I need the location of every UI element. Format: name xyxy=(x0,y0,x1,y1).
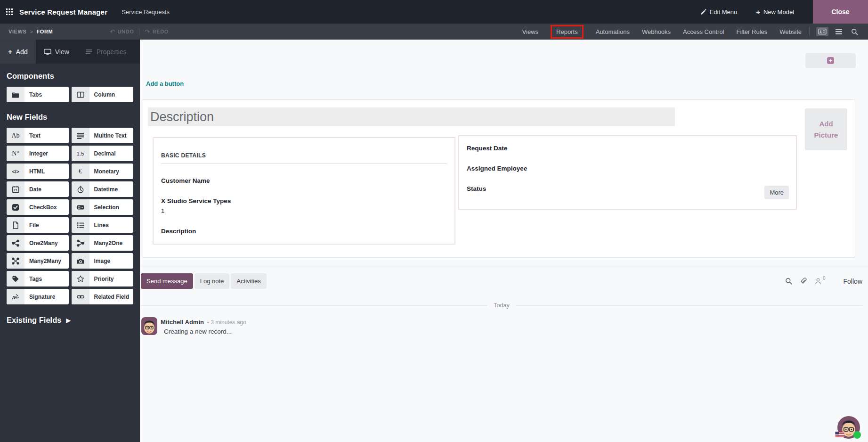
tab-views[interactable]: Views xyxy=(522,25,538,39)
activities-button[interactable]: Activities xyxy=(231,273,266,289)
component-datetime[interactable]: Datetime xyxy=(72,181,134,197)
edit-menu-button[interactable]: Edit Menu xyxy=(700,8,738,16)
sidebar-tab-add[interactable]: + Add xyxy=(0,40,36,64)
user-presence-avatar[interactable] xyxy=(837,416,860,439)
component-multine-text[interactable]: Multine Text xyxy=(72,128,134,143)
component-integer[interactable]: N°Integer xyxy=(7,146,69,161)
field-label: Description xyxy=(161,228,447,235)
sidebar-tab-view[interactable]: View xyxy=(36,40,77,64)
more-button[interactable]: More xyxy=(764,186,789,199)
basic-details-group[interactable]: BASIC DETAILS Customer NameX Studio Serv… xyxy=(153,137,455,245)
component-column[interactable]: Column xyxy=(72,87,134,102)
form-field-customer-name[interactable]: Customer Name xyxy=(161,178,447,184)
sidebar-tabstrip: + Add View Properties xyxy=(0,40,140,64)
component-html[interactable]: </>HTML xyxy=(7,164,69,179)
studio-tab-bar: ViewsReportsAutomationsWebhooksAccess Co… xyxy=(522,25,802,39)
message-timestamp: - 3 minutes ago xyxy=(207,319,246,326)
component-signature[interactable]: Signature xyxy=(7,289,69,304)
apps-grid-icon[interactable] xyxy=(6,8,13,15)
component-priority[interactable]: Priority xyxy=(72,271,134,286)
app-title[interactable]: Service Request Manager xyxy=(19,8,107,16)
field-label: Customer Name xyxy=(161,178,447,184)
tab-reports[interactable]: Reports xyxy=(551,25,584,39)
breadcrumb-views[interactable]: VIEWS xyxy=(8,29,26,34)
tab-website[interactable]: Website xyxy=(779,25,802,39)
field-label: Request Date xyxy=(467,145,788,152)
add-a-button-link[interactable]: Add a button xyxy=(146,80,184,87)
component-many2many[interactable]: Many2Many xyxy=(7,253,69,269)
component-related-field[interactable]: Related Field xyxy=(72,289,134,304)
component-selection[interactable]: Selection xyxy=(72,199,134,215)
form-field-x-studio-service-types[interactable]: X Studio Service Types1 xyxy=(161,198,447,214)
component-file[interactable]: File xyxy=(7,217,69,233)
sidebar-sections: ComponentsTabsColumnNew FieldsAbTextMult… xyxy=(0,72,140,304)
field-label: Assigned Employee xyxy=(467,165,788,172)
component-label: Monetary xyxy=(89,168,119,175)
redo-button[interactable]: ↷ REDO xyxy=(145,28,169,35)
search-messages-icon[interactable] xyxy=(785,278,792,285)
component-image[interactable]: Image xyxy=(72,253,134,269)
search-view-icon[interactable] xyxy=(849,27,860,37)
tab-webhooks[interactable]: Webhooks xyxy=(642,25,671,39)
component-text[interactable]: AbText xyxy=(7,128,69,143)
avatar xyxy=(141,317,157,335)
tab-access-control[interactable]: Access Control xyxy=(683,25,724,39)
add-picture-button[interactable]: Add Picture xyxy=(805,108,847,150)
html-icon: </> xyxy=(7,164,24,179)
attachment-icon[interactable] xyxy=(800,278,807,285)
follow-button[interactable]: Follow xyxy=(844,278,862,285)
form-field-request-date[interactable]: Request Date xyxy=(467,145,788,152)
form-sheet: Description Add Picture BASIC DETAILS Cu… xyxy=(142,99,855,258)
undo-redo-group: ↶ UNDO ↷ REDO xyxy=(110,24,169,40)
us-flag-icon xyxy=(835,432,844,437)
component-lines[interactable]: Lines xyxy=(72,217,134,233)
undo-button[interactable]: ↶ UNDO xyxy=(110,28,134,35)
component-date[interactable]: Date xyxy=(7,181,69,197)
edit-menu-label: Edit Menu xyxy=(710,8,738,16)
topbar-actions: Edit Menu + New Model Close xyxy=(700,0,868,24)
component-tabs[interactable]: Tabs xyxy=(7,87,69,102)
form-field-status[interactable]: Status xyxy=(467,186,788,192)
add-widget-button[interactable]: + xyxy=(805,53,856,68)
toolbar-divider xyxy=(809,27,810,36)
form-title-field[interactable]: Description xyxy=(148,107,675,126)
field-label: Status xyxy=(467,186,788,192)
component-label: File xyxy=(24,222,39,229)
tab-automations[interactable]: Automations xyxy=(596,25,630,39)
column-icon xyxy=(72,87,89,102)
sidebar-tab-view-label: View xyxy=(55,48,69,56)
component-label: Text xyxy=(24,132,41,139)
list-view-icon[interactable] xyxy=(833,27,844,36)
lines-icon xyxy=(72,217,89,233)
form-view-icon[interactable] xyxy=(816,27,828,36)
view-switcher xyxy=(816,27,860,37)
menu-item-service-requests[interactable]: Service Requests xyxy=(122,8,170,16)
field-label: X Studio Service Types xyxy=(161,198,447,205)
component-one2many[interactable]: One2Many xyxy=(7,235,69,251)
close-studio-button[interactable]: Close xyxy=(813,0,868,24)
checkbox-icon xyxy=(7,199,24,215)
component-many2one[interactable]: Many2One xyxy=(72,235,134,251)
new-model-button[interactable]: + New Model xyxy=(756,8,794,16)
log-note-button[interactable]: Log note xyxy=(195,273,230,289)
existing-fields-toggle[interactable]: Existing Fields ▶ xyxy=(7,316,133,325)
form-field-assigned-employee[interactable]: Assigned Employee xyxy=(467,165,788,172)
component-monetary[interactable]: €Monetary xyxy=(72,164,134,179)
status-group[interactable]: Request DateAssigned EmployeeStatus More xyxy=(458,135,797,210)
form-field-description[interactable]: Description xyxy=(161,228,447,235)
tab-filter-rules[interactable]: Filter Rules xyxy=(737,25,768,39)
component-tags[interactable]: Tags xyxy=(7,271,69,286)
monetary-icon: € xyxy=(72,164,89,179)
studio-sidebar: + Add View Properties ComponentsTabsColu… xyxy=(0,40,140,442)
send-message-button[interactable]: Send message xyxy=(141,273,193,289)
followers-count: 0 xyxy=(823,276,826,281)
followers-icon[interactable]: 0 xyxy=(814,278,826,285)
component-checkbox[interactable]: CheckBox xyxy=(7,199,69,215)
field-grid-new-fields: AbTextMultine TextN°Integer1.5Decimal</>… xyxy=(7,128,133,304)
component-decimal[interactable]: 1.5Decimal xyxy=(72,146,134,161)
sidebar-tab-properties[interactable]: Properties xyxy=(77,40,135,64)
message-text: Creating a new record... xyxy=(164,328,246,335)
component-label: Integer xyxy=(24,150,48,157)
many2many-icon xyxy=(7,253,24,269)
breadcrumb: VIEWS > FORM xyxy=(8,29,53,34)
